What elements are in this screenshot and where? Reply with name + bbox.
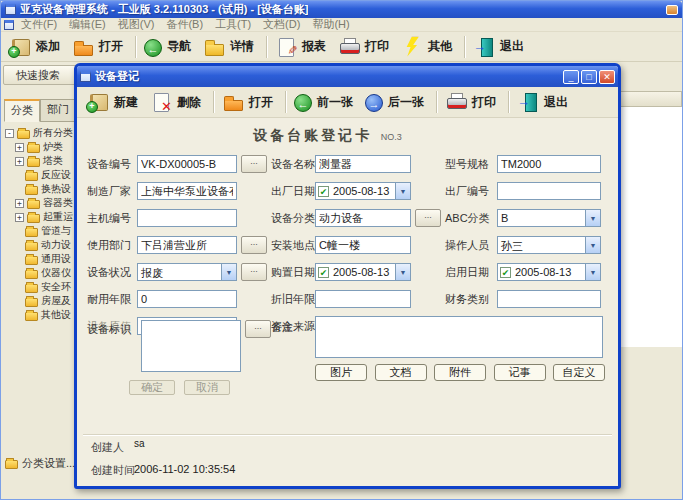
exit-button[interactable]: 退出 <box>513 88 576 116</box>
tree-item[interactable]: 其他设 <box>5 308 79 322</box>
minimize-icon[interactable]: _ <box>563 70 579 84</box>
date-checkbox-icon[interactable]: ✔ <box>500 267 511 278</box>
picture-tab-button[interactable]: 图片 <box>315 364 367 381</box>
remark-textarea[interactable] <box>315 316 603 358</box>
device-no-browse-button[interactable]: ... <box>241 155 267 173</box>
expand-icon[interactable]: + <box>15 199 24 208</box>
use-dept-browse-button[interactable]: ... <box>241 236 267 254</box>
category-settings[interactable]: 分类设置... <box>5 456 75 471</box>
menu-edit[interactable]: 编辑(E) <box>64 17 111 32</box>
close-icon[interactable]: ✕ <box>599 70 615 84</box>
menu-tools[interactable]: 工具(T) <box>210 17 256 32</box>
quick-search-header[interactable]: 快速搜索 <box>3 65 77 85</box>
chevron-down-icon[interactable]: ▼ <box>585 237 600 253</box>
menu-view[interactable]: 视图(V) <box>113 17 160 32</box>
tree-item[interactable]: + 容器类 <box>5 196 79 210</box>
chevron-down-icon[interactable]: ▼ <box>585 264 600 280</box>
menu-parts[interactable]: 备件(B) <box>161 17 208 32</box>
manufacturer-input[interactable] <box>137 182 237 200</box>
custom-tab-button[interactable]: 自定义 <box>553 364 605 381</box>
expand-icon[interactable]: + <box>15 157 24 166</box>
chevron-down-icon[interactable]: ▼ <box>395 264 410 280</box>
note-tab-button[interactable]: 记事 <box>494 364 546 381</box>
expand-icon[interactable]: + <box>15 143 24 152</box>
factory-no-input[interactable] <box>497 182 601 200</box>
tree-item[interactable]: 换热设 <box>5 182 79 196</box>
purchase-date-picker[interactable]: ✔ 2005-08-13 ▼ <box>315 263 411 281</box>
other-button[interactable]: 其他 <box>397 34 460 60</box>
delete-button[interactable]: 删除 <box>146 88 209 116</box>
device-mark-textarea[interactable] <box>141 320 241 372</box>
device-category-browse-button[interactable]: ... <box>415 209 441 227</box>
tree-item[interactable]: 管道与 <box>5 224 79 238</box>
window-control-button[interactable] <box>666 5 678 15</box>
tree-root[interactable]: - 所有分类 <box>5 126 79 140</box>
cancel-button[interactable]: 取消 <box>184 380 230 395</box>
install-location-input[interactable] <box>315 236 411 254</box>
start-date-picker[interactable]: ✔ 2005-08-13 ▼ <box>497 263 601 281</box>
ok-button[interactable]: 确定 <box>129 380 175 395</box>
operator-select[interactable]: 孙三 ▼ <box>497 236 601 254</box>
next-button[interactable]: → 后一张 <box>361 88 432 116</box>
chevron-down-icon[interactable]: ▼ <box>585 210 600 226</box>
tree-item[interactable]: 通用设 <box>5 252 79 266</box>
device-no-input[interactable] <box>137 155 237 173</box>
open-button[interactable]: 打开 <box>68 34 131 60</box>
details-folder-icon <box>203 37 225 57</box>
navigate-button[interactable]: ← 导航 <box>140 34 199 60</box>
tree-item[interactable]: 房屋及 <box>5 294 79 308</box>
toolbar-separator <box>135 36 136 58</box>
new-button[interactable]: 新建 <box>83 88 146 116</box>
abc-category-select[interactable]: B ▼ <box>497 209 601 227</box>
depreciation-years-input[interactable] <box>315 290 411 308</box>
durable-years-input[interactable] <box>137 290 237 308</box>
finance-category-label: 财务类别 <box>445 292 497 307</box>
tree-item[interactable]: + 起重运 <box>5 210 79 224</box>
date-checkbox-icon[interactable]: ✔ <box>318 267 329 278</box>
host-no-input[interactable] <box>137 209 237 227</box>
device-status-select[interactable]: 报废 ▼ <box>137 263 237 281</box>
collapse-icon[interactable]: - <box>5 129 14 138</box>
tree-item[interactable]: 反应设 <box>5 168 79 182</box>
tree-item[interactable]: + 炉类 <box>5 140 79 154</box>
use-dept-input[interactable] <box>137 236 237 254</box>
tab-category[interactable]: 分类 <box>4 99 40 122</box>
attachment-tab-button[interactable]: 附件 <box>434 364 486 381</box>
model-spec-input[interactable] <box>497 155 601 173</box>
chevron-down-icon[interactable]: ▼ <box>221 264 236 280</box>
report-button[interactable]: 报表 <box>271 34 334 60</box>
tree-item[interactable]: 安全环 <box>5 280 79 294</box>
purchase-date-label: 购置日期 <box>271 265 315 280</box>
finance-category-input[interactable] <box>497 290 601 308</box>
expand-icon[interactable]: + <box>15 213 24 222</box>
folder-icon <box>25 270 38 279</box>
exit-button[interactable]: 退出 <box>469 34 532 60</box>
print-button[interactable]: 打印 <box>334 34 397 60</box>
open-button[interactable]: 打开 <box>218 88 281 116</box>
tree-item[interactable]: 动力设 <box>5 238 79 252</box>
device-name-input[interactable] <box>315 155 411 173</box>
start-date-label: 启用日期 <box>445 265 497 280</box>
details-button[interactable]: 详情 <box>199 34 262 60</box>
maximize-icon[interactable]: □ <box>581 70 597 84</box>
register-card: 设备台账登记卡 NO.3 设备编号 ... 设备名称 型号规格 <box>77 118 618 486</box>
chevron-down-icon[interactable]: ▼ <box>395 183 410 199</box>
device-category-input[interactable] <box>315 209 411 227</box>
device-status-browse-button[interactable]: ... <box>241 263 267 281</box>
factory-date-picker[interactable]: ✔ 2005-08-13 ▼ <box>315 182 411 200</box>
menu-docs[interactable]: 文档(D) <box>258 17 305 32</box>
next-icon: → <box>365 94 383 112</box>
dialog-titlebar: 设备登记 _ □ ✕ <box>77 66 618 87</box>
previous-button[interactable]: ← 前一张 <box>290 88 361 116</box>
date-checkbox-icon[interactable]: ✔ <box>318 186 329 197</box>
add-button[interactable]: 添加 <box>5 34 68 60</box>
menu-file[interactable]: 文件(F) <box>16 17 62 32</box>
tree-item[interactable]: 仪器仪 <box>5 266 79 280</box>
tab-department[interactable]: 部门 <box>40 99 76 122</box>
print-button[interactable]: 打印 <box>441 88 504 116</box>
device-mark-browse-button[interactable]: ... <box>245 320 271 338</box>
toolbar-separator <box>436 91 437 113</box>
menu-help[interactable]: 帮助(H) <box>307 17 354 32</box>
document-tab-button[interactable]: 文档 <box>375 364 427 381</box>
tree-item[interactable]: + 塔类 <box>5 154 79 168</box>
